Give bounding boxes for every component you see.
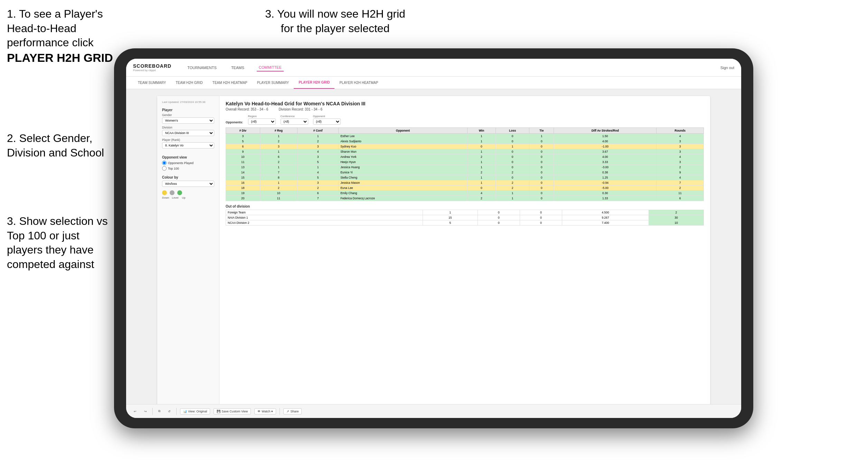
opponent-filter-select[interactable]: (All) [313, 118, 341, 125]
table-cell: 1 [297, 134, 338, 139]
table-cell: 2 [657, 185, 704, 191]
opponent-view-title: Opponent view [162, 155, 214, 159]
table-cell: 7 [657, 180, 704, 185]
instruction-top-left: 1. To see a Player's Head-to-Head perfor… [7, 7, 124, 65]
table-cell: 2 [496, 180, 529, 185]
colour-label-up: Up [182, 196, 186, 199]
table-cell: 1 [260, 165, 297, 170]
table-cell: 3 [297, 180, 338, 185]
opponent-filter-group: Opponent (All) [313, 115, 341, 125]
radio-opponents-played[interactable]: Opponents Played [162, 161, 214, 165]
table-cell: 0 [529, 160, 554, 165]
share-label: Share [290, 410, 299, 413]
refresh-btn[interactable]: ↺ [166, 409, 173, 414]
table-cell: -0.94 [554, 180, 657, 185]
sign-out-link[interactable]: Sign out [720, 66, 734, 70]
table-cell: 0 [496, 149, 529, 154]
table-cell: 6 [226, 144, 260, 149]
table-cell: 1.50 [554, 134, 657, 139]
table-cell: 1 [496, 144, 529, 149]
table-cell: 0 [529, 165, 554, 170]
radio-top100-input[interactable] [162, 166, 167, 171]
out-of-division-table: Foreign Team1004.5002NAIA Division 11500… [226, 210, 704, 226]
logo-sub-text: Powered by clippd [133, 69, 171, 72]
data-table: # Div # Reg # Conf Opponent Win Loss Tie… [226, 127, 704, 201]
conference-filter-select[interactable]: (All) [281, 118, 308, 125]
main-content: Last Updated: 27/03/2024 16:55:38 Player… [126, 89, 741, 404]
table-cell: 2 [467, 196, 496, 201]
toolbar-sep-1 [152, 408, 153, 415]
instruction-text-1: 1. To see a Player's Head-to-Head perfor… [7, 8, 103, 49]
col-loss: Loss [496, 128, 529, 134]
radio-opponents-played-input[interactable] [162, 161, 167, 165]
table-cell: 0 [467, 185, 496, 191]
nav-tournaments[interactable]: TOURNAMENTS [185, 64, 219, 71]
redo-btn[interactable]: ↪ [142, 409, 149, 414]
instruction-text-3a: 3. You will now see H2H grid for the pla… [265, 8, 405, 35]
col-rounds: Rounds [657, 128, 704, 134]
table-cell: 0 [520, 210, 562, 215]
sub-nav-player-h2h-heatmap[interactable]: PLAYER H2H HEATMAP [334, 77, 383, 89]
table-cell: 3 [297, 144, 338, 149]
nav-teams[interactable]: TEAMS [229, 64, 246, 71]
table-cell: 15 [423, 215, 478, 220]
division-select[interactable]: NCAA Division III NCAA Division I NCAA D… [162, 130, 214, 136]
opponent-filter-label: Opponent [313, 115, 341, 118]
radio-opponents-played-label: Opponents Played [168, 161, 194, 165]
table-cell: 10 [226, 154, 260, 160]
sub-nav-player-h2h-grid[interactable]: PLAYER H2H GRID [294, 77, 334, 89]
table-cell: 0 [529, 139, 554, 144]
table-cell: 2 [260, 185, 297, 191]
table-cell: 0 [529, 144, 554, 149]
table-cell: 5 [297, 160, 338, 165]
colour-section: Colour by Win/loss Down Level Up [162, 175, 214, 199]
table-cell: Sharon Mun [339, 149, 468, 154]
colour-by-title: Colour by [162, 175, 214, 179]
table-cell: 0 [529, 191, 554, 196]
table-cell: 4 [657, 154, 704, 160]
table-cell: 1 [467, 149, 496, 154]
table-cell: Sydney Kuo [339, 144, 468, 149]
watch-btn[interactable]: 👁 Watch ▾ [254, 408, 276, 414]
toolbar: ↩ ↪ ⧉ ↺ 📊 View: Original 💾 Save Custom V… [126, 404, 741, 418]
col-opponent: Opponent [339, 128, 468, 134]
table-cell: -1.00 [554, 144, 657, 149]
view-original-btn[interactable]: 📊 View: Original [180, 408, 210, 414]
region-filter-select[interactable]: (All) [248, 118, 276, 125]
table-cell: 0 [496, 165, 529, 170]
table-row: NAIA Division 115009.26730 [226, 215, 704, 220]
table-cell: 7.400 [562, 220, 649, 226]
sub-nav-team-h2h-heatmap[interactable]: TEAM H2H HEATMAP [208, 77, 252, 89]
sub-nav: TEAM SUMMARY TEAM H2H GRID TEAM H2H HEAT… [126, 77, 741, 89]
sub-nav-team-summary[interactable]: TEAM SUMMARY [133, 77, 171, 89]
table-cell: 4 [657, 134, 704, 139]
table-cell: 0 [529, 196, 554, 201]
table-cell: 1 [529, 134, 554, 139]
colour-by-select[interactable]: Win/loss [162, 181, 214, 187]
nav-committee[interactable]: COMMITTEE [257, 64, 284, 72]
tablet-frame: SCOREBOARD Powered by clippd TOURNAMENTS… [114, 48, 753, 428]
colour-labels: Down Level Up [162, 196, 214, 199]
table-cell: 11 [657, 191, 704, 196]
table-cell: 1 [467, 165, 496, 170]
player-rank-select[interactable]: 8. Katelyn Vo [162, 142, 214, 149]
save-custom-btn[interactable]: 💾 Save Custom View [214, 408, 251, 414]
player-rank-label: Player (Rank) [162, 138, 214, 142]
radio-top100[interactable]: Top 100 [162, 166, 214, 171]
gender-select[interactable]: Women's Men's [162, 117, 214, 124]
table-cell: 1 [260, 180, 297, 185]
table-cell: 2 [297, 185, 338, 191]
copy-btn[interactable]: ⧉ [156, 408, 162, 414]
table-cell: Andrea York [339, 154, 468, 160]
undo-btn[interactable]: ↩ [132, 409, 139, 414]
sub-nav-player-summary[interactable]: PLAYER SUMMARY [252, 77, 294, 89]
watch-label: Watch [262, 410, 270, 413]
table-cell: 14 [226, 170, 260, 175]
share-btn[interactable]: ↗ Share [283, 408, 302, 414]
table-cell: 0 [496, 139, 529, 144]
conference-filter-group: Conference (All) [281, 115, 308, 125]
table-cell: 11 [260, 196, 297, 201]
left-panel: Last Updated: 27/03/2024 16:55:38 Player… [157, 96, 219, 404]
table-cell: 1 [496, 191, 529, 196]
sub-nav-team-h2h-grid[interactable]: TEAM H2H GRID [171, 77, 208, 89]
